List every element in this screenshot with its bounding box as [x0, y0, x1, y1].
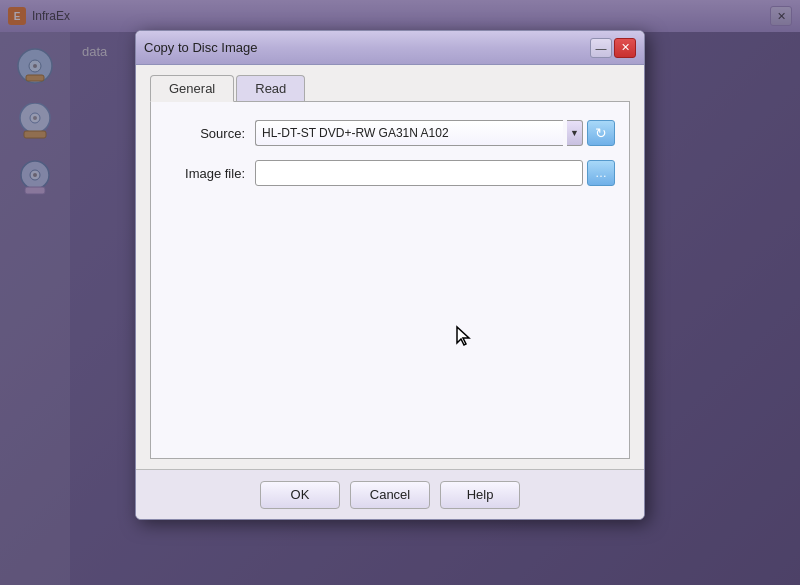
help-button[interactable]: Help — [440, 481, 520, 509]
tab-general[interactable]: General — [150, 75, 234, 102]
copy-to-disc-dialog: Copy to Disc Image — ✕ General Read Sour… — [135, 30, 645, 520]
source-control-group: HL-DT-ST DVD+-RW GA31N A102 ▼ ↻ — [255, 120, 615, 146]
source-label: Source: — [165, 126, 245, 141]
refresh-icon: ↻ — [595, 125, 607, 141]
ok-button[interactable]: OK — [260, 481, 340, 509]
dialog-tabs: General Read — [150, 75, 630, 102]
dialog-footer: OK Cancel Help — [136, 469, 644, 519]
image-file-control-group: … — [255, 160, 615, 186]
source-refresh-btn[interactable]: ↻ — [587, 120, 615, 146]
source-dropdown-display[interactable]: HL-DT-ST DVD+-RW GA31N A102 — [255, 120, 563, 146]
image-file-browse-btn[interactable]: … — [587, 160, 615, 186]
content-spacer — [165, 200, 615, 440]
image-file-label: Image file: — [165, 166, 245, 181]
tab-read[interactable]: Read — [236, 75, 305, 101]
image-file-input[interactable] — [255, 160, 583, 186]
source-dropdown-arrow[interactable]: ▼ — [567, 120, 583, 146]
dialog-title: Copy to Disc Image — [144, 40, 257, 55]
tab-general-content: Source: HL-DT-ST DVD+-RW GA31N A102 ▼ ↻ … — [150, 102, 630, 459]
dialog-minimize-btn[interactable]: — — [590, 38, 612, 58]
browse-icon: … — [595, 166, 607, 180]
dialog-title-controls: — ✕ — [590, 38, 636, 58]
image-file-row: Image file: … — [165, 160, 615, 186]
dialog-body: General Read Source: HL-DT-ST DVD+-RW GA… — [136, 65, 644, 469]
cancel-button[interactable]: Cancel — [350, 481, 430, 509]
source-row: Source: HL-DT-ST DVD+-RW GA31N A102 ▼ ↻ — [165, 120, 615, 146]
dialog-close-btn[interactable]: ✕ — [614, 38, 636, 58]
dialog-titlebar: Copy to Disc Image — ✕ — [136, 31, 644, 65]
